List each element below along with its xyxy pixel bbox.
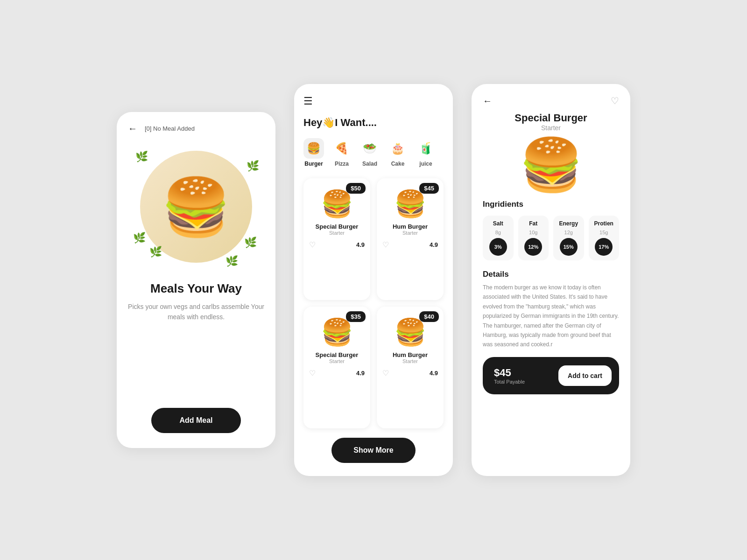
favorite-header-icon[interactable]: ♡	[611, 95, 619, 106]
category-juice[interactable]: 🧃 juice	[416, 138, 436, 167]
ing-badge-3: 17%	[595, 238, 613, 256]
screen-1: ← [0] No Meal Added 🍔 🌿 🌿 🌿 🌿 🌿 🌿 Meals …	[117, 112, 275, 448]
favorite-icon-3[interactable]: ♡	[382, 369, 389, 378]
screen-3: ← ♡ Special Burger Starter 🍔 Ingridients…	[472, 84, 630, 476]
back-arrow-icon[interactable]: ←	[128, 123, 137, 134]
food-sub-2: Starter	[329, 358, 345, 364]
category-pizza[interactable]: 🍕 Pizza	[331, 138, 352, 167]
leaf-decoration-5: 🌿	[244, 237, 257, 249]
food-grid: $50 🍔 Special Burger Starter ♡ 4.9 $45 🍔…	[303, 178, 444, 428]
favorite-icon-1[interactable]: ♡	[382, 240, 389, 249]
burger-category-label: Burger	[304, 161, 323, 167]
food-name-2: Special Burger	[316, 351, 359, 358]
leaf-decoration-6: 🌿	[226, 255, 238, 267]
food-sub-1: Starter	[402, 230, 418, 236]
pizza-category-icon: 🍕	[331, 138, 352, 159]
favorite-icon-2[interactable]: ♡	[309, 369, 316, 378]
food-name-3: Hum Burger	[393, 351, 428, 358]
juice-category-label: juice	[419, 161, 432, 167]
top-bar: ← [0] No Meal Added	[128, 123, 264, 134]
price-badge-0: $50	[346, 183, 366, 194]
food-sub-3: Starter	[402, 358, 418, 364]
item-subtitle: Starter	[483, 124, 619, 132]
ingredient-protein: Protien 15g 17%	[589, 216, 620, 260]
category-cake[interactable]: 🎂 Cake	[388, 138, 408, 167]
cake-category-label: Cake	[391, 161, 405, 167]
screen1-subtitle: Picks your own vegs and carlbs assemble …	[128, 301, 264, 322]
ing-name-2: Energy	[559, 220, 578, 227]
ing-badge-2: 15%	[560, 238, 578, 256]
category-burger[interactable]: 🍔 Burger	[303, 138, 324, 167]
salad-category-label: Salad	[362, 161, 377, 167]
ing-name-1: Fat	[529, 220, 537, 227]
food-footer-3: ♡ 4.9	[382, 369, 438, 378]
ing-badge-1: 12%	[524, 238, 542, 256]
ingredient-salt: Salt 8g 3%	[483, 216, 514, 260]
cart-bar: $45 Total Payable Add to cart	[483, 357, 619, 394]
category-salad[interactable]: 🥗 Salad	[359, 138, 380, 167]
burger-category-icon: 🍔	[303, 138, 324, 159]
food-card-3[interactable]: $40 🍔 Hum Burger Starter ♡ 4.9	[377, 307, 444, 428]
food-card-0[interactable]: $50 🍔 Special Burger Starter ♡ 4.9	[303, 178, 370, 300]
salad-category-icon: 🥗	[359, 138, 380, 159]
ing-amount-0: 8g	[495, 230, 501, 235]
food-footer-0: ♡ 4.9	[309, 240, 365, 249]
rating-0: 4.9	[356, 241, 365, 248]
details-text: The modern burger as we know it today is…	[483, 283, 619, 350]
hamburger-menu-icon[interactable]: ☰	[303, 95, 444, 107]
ing-amount-3: 15g	[599, 230, 608, 235]
ingredient-fat: Fat 10g 12%	[518, 216, 549, 260]
cart-price: $45	[494, 367, 525, 379]
ing-amount-2: 12g	[564, 230, 573, 235]
food-card-2[interactable]: $35 🍔 Special Burger Starter ♡ 4.9	[303, 307, 370, 428]
hero-image-area: 🍔 🌿 🌿 🌿 🌿 🌿 🌿	[131, 141, 261, 272]
ingredients-title: Ingridients	[483, 200, 619, 209]
favorite-icon-0[interactable]: ♡	[309, 240, 316, 249]
leaf-decoration-4: 🌿	[149, 246, 162, 258]
leaf-decoration-2: 🌿	[247, 160, 259, 172]
price-badge-2: $35	[346, 311, 366, 322]
ing-name-0: Salt	[493, 220, 503, 227]
show-more-button[interactable]: Show More	[331, 438, 416, 463]
back-arrow-icon-3[interactable]: ←	[483, 96, 492, 106]
rating-2: 4.9	[356, 370, 365, 377]
leaf-decoration-1: 🌿	[135, 151, 148, 163]
screen-2: ☰ Hey👋I Want.... 🍔 Burger 🍕 Pizza 🥗 Sala…	[294, 84, 453, 476]
pizza-category-label: Pizza	[335, 161, 349, 167]
screen1-title: Meals Your Way	[150, 281, 242, 296]
ingredient-energy: Energy 12g 15%	[553, 216, 584, 260]
cart-price-block: $45 Total Payable	[494, 367, 525, 385]
screen3-header: ← ♡	[483, 95, 619, 106]
burger-hero-image: 🍔	[161, 179, 231, 235]
food-name-0: Special Burger	[316, 223, 359, 230]
ing-amount-1: 10g	[529, 230, 537, 235]
greeting-text: Hey👋I Want....	[303, 117, 444, 129]
food-footer-2: ♡ 4.9	[309, 369, 365, 378]
categories-list: 🍔 Burger 🍕 Pizza 🥗 Salad 🎂 Cake 🧃 juice	[303, 138, 444, 167]
details-title: Details	[483, 270, 619, 279]
cake-category-icon: 🎂	[388, 138, 408, 159]
food-card-1[interactable]: $45 🍔 Hum Burger Starter ♡ 4.9	[377, 178, 444, 300]
cart-price-label: Total Payable	[494, 379, 525, 385]
ing-name-3: Protien	[594, 220, 613, 227]
leaf-decoration-3: 🌿	[133, 232, 146, 244]
detail-burger-image: 🍔	[519, 139, 583, 190]
rating-1: 4.9	[430, 241, 438, 248]
food-name-1: Hum Burger	[393, 223, 428, 230]
meal-counter: [0] No Meal Added	[145, 125, 195, 132]
screens-container: ← [0] No Meal Added 🍔 🌿 🌿 🌿 🌿 🌿 🌿 Meals …	[117, 84, 630, 476]
rating-3: 4.9	[430, 370, 438, 377]
food-footer-1: ♡ 4.9	[382, 240, 438, 249]
ing-badge-0: 3%	[489, 238, 507, 256]
food-sub-0: Starter	[329, 230, 345, 236]
ingredients-grid: Salt 8g 3% Fat 10g 12% Energy 12g 15% Pr…	[483, 216, 619, 260]
item-title: Special Burger	[483, 112, 619, 124]
details-section: Details The modern burger as we know it …	[483, 270, 619, 350]
add-to-cart-button[interactable]: Add to cart	[558, 365, 612, 386]
add-meal-button[interactable]: Add Meal	[151, 408, 240, 433]
price-badge-1: $45	[419, 183, 439, 194]
juice-category-icon: 🧃	[416, 138, 436, 159]
price-badge-3: $40	[419, 311, 439, 322]
